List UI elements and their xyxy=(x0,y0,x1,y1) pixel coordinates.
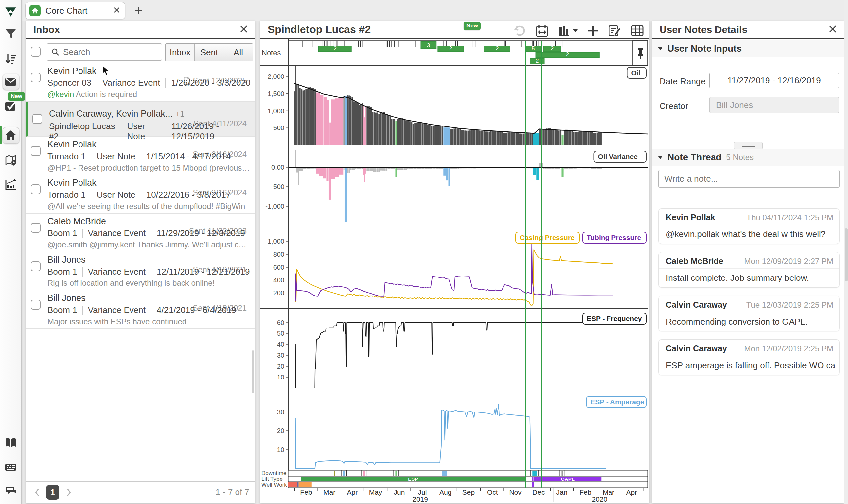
user-notes-details-panel: User Notes Details User Note Inputs Date… xyxy=(652,20,844,503)
chart-canvas[interactable]: 2,0001,5001,000500Oil0.00-500-1,000Oil V… xyxy=(260,39,648,503)
new-tab-button[interactable] xyxy=(132,4,145,17)
inbox-close-icon[interactable] xyxy=(240,25,248,35)
svg-text:Dec: Dec xyxy=(532,488,545,496)
table-view-icon[interactable] xyxy=(630,24,644,38)
note-count-bar[interactable]: 2 xyxy=(536,51,599,58)
item-meta: Tornado 1User Note10/22/2016 - 3/8/2017 xyxy=(47,190,251,200)
note-author: Caleb McBride xyxy=(666,256,723,266)
filter-all-button[interactable]: All xyxy=(224,44,253,61)
item-checkbox[interactable] xyxy=(31,261,41,271)
inbox-list-item[interactable]: Kevin PollakSent 2/16/2024Tornado 1User … xyxy=(26,175,255,214)
note-thread-section[interactable]: Note Thread 5 Notes xyxy=(652,149,844,166)
svg-text:Casing Pressure: Casing Pressure xyxy=(520,234,575,241)
note-count-bar[interactable]: 2 xyxy=(484,46,510,52)
panel-resize-grip[interactable] xyxy=(734,142,762,149)
item-sender: Bill Jones xyxy=(47,255,86,265)
svg-text:Lift Type: Lift Type xyxy=(261,476,283,482)
note-count-bar[interactable]: 2 xyxy=(318,46,351,52)
sort-icon[interactable] xyxy=(5,53,17,65)
details-close-icon[interactable] xyxy=(828,25,837,35)
svg-text:1,500: 1,500 xyxy=(268,90,284,97)
item-checkbox[interactable] xyxy=(31,223,41,233)
note-count-bar[interactable]: 2 xyxy=(438,46,464,52)
home-icon[interactable] xyxy=(5,129,17,141)
svg-text:10: 10 xyxy=(277,446,284,453)
filter-sent-button[interactable]: Sent xyxy=(194,44,224,61)
chat-icon[interactable] xyxy=(5,485,17,497)
prev-page-icon[interactable] xyxy=(33,488,41,498)
window-scrollbar[interactable] xyxy=(844,0,848,504)
note-count-bar[interactable]: 2 xyxy=(530,58,544,64)
chart-type-dropdown[interactable] xyxy=(558,24,578,37)
svg-text:ESP - Amperage: ESP - Amperage xyxy=(590,398,644,406)
item-sender: Caleb McBride xyxy=(47,216,106,226)
keyboard-icon[interactable] xyxy=(5,461,17,473)
current-page-button[interactable]: 1 xyxy=(46,485,59,500)
docs-book-icon[interactable] xyxy=(5,437,17,449)
map-icon[interactable] xyxy=(5,154,17,166)
svg-text:-1,000: -1,000 xyxy=(265,203,284,210)
inbox-list-item[interactable]: Bill JonesSent 4/19/2021Boom 1Variance E… xyxy=(26,290,255,329)
home-active-indicator xyxy=(0,126,2,144)
select-all-checkbox[interactable] xyxy=(31,47,41,57)
legend-esp-frequency[interactable]: ESP - Frequency xyxy=(583,313,646,324)
inbox-list-item[interactable]: Calvin Caraway, Kevin Pollak...+1Sent 4/… xyxy=(26,102,255,137)
date-range-calendar-icon[interactable] xyxy=(535,24,549,38)
svg-text:ESP - Frequency: ESP - Frequency xyxy=(587,314,642,322)
note-count-bar[interactable]: 2 xyxy=(543,46,561,52)
svg-text:May: May xyxy=(369,488,382,496)
date-range-label: Date Range xyxy=(659,76,706,87)
inbox-list-item[interactable]: Kevin PollakSent 2/16/2024Tornado 1User … xyxy=(26,137,255,175)
svg-text:200: 200 xyxy=(273,289,284,297)
legend-oil-variance[interactable]: Oil Variance xyxy=(594,151,646,162)
inbox-scrollbar[interactable] xyxy=(252,350,254,393)
next-page-icon[interactable] xyxy=(65,488,73,498)
write-note-input[interactable] xyxy=(658,170,840,188)
item-checkbox[interactable] xyxy=(31,146,41,156)
svg-text:Downtime: Downtime xyxy=(261,470,286,476)
undo-icon[interactable] xyxy=(513,24,526,37)
date-range-field[interactable]: 11/27/2019 - 12/16/2019 xyxy=(709,73,839,88)
tab-core-chart[interactable]: Core Chart xyxy=(25,2,125,19)
analytics-chart-icon[interactable] xyxy=(5,179,17,191)
inbox-list-item[interactable]: Caleb McBrideSent 11/22/2023Boom 1Varian… xyxy=(26,214,255,252)
item-preview: Major issues with ESPs have continued xyxy=(47,317,250,326)
home-tab-icon xyxy=(30,5,41,16)
svg-text:Aug: Aug xyxy=(439,488,452,496)
note-count-bar[interactable]: 3 xyxy=(421,41,436,49)
note-count-bar[interactable]: 5 xyxy=(526,46,541,52)
item-checkbox[interactable] xyxy=(31,184,41,194)
search-input[interactable] xyxy=(62,47,153,58)
tasks-check-icon[interactable] xyxy=(5,100,17,112)
app-logo-icon[interactable] xyxy=(5,5,17,19)
add-series-icon[interactable] xyxy=(587,24,599,37)
legend-oil[interactable]: Oil xyxy=(627,67,646,78)
legend-esp-amperage[interactable]: ESP - Amperage xyxy=(586,396,646,408)
svg-text:Jul: Jul xyxy=(418,488,427,496)
pin-notes-button[interactable] xyxy=(632,41,648,65)
tab-close-icon[interactable] xyxy=(113,6,120,15)
item-extra-count: +1 xyxy=(175,109,184,118)
time-axis: FebMarAprMayJunJulAugSepOctNovDecJanFebM… xyxy=(295,488,643,503)
inbox-list-item[interactable]: Bill JonesSent 4/19/2021Boom 1Variance E… xyxy=(26,252,255,290)
inbox-search-row: Inbox Sent All xyxy=(26,39,255,63)
svg-text:Feb: Feb xyxy=(300,488,312,496)
svg-text:GAPL: GAPL xyxy=(561,476,575,482)
svg-text:-500: -500 xyxy=(271,183,284,191)
inbox-mail-icon[interactable] xyxy=(5,76,17,88)
inbox-list-item[interactable]: Kevin PollakSent 12/9/2025Spencer 03Vari… xyxy=(26,63,255,102)
thread-section-title: Note Thread xyxy=(668,152,722,163)
legend-tubing-pressure[interactable]: Tubing Pressure xyxy=(583,232,646,244)
tasks-new-badge: New xyxy=(8,92,25,101)
filter-icon[interactable] xyxy=(5,28,17,40)
esp-amperage-chart: 302010 xyxy=(277,404,606,469)
user-note-inputs-section[interactable]: User Note Inputs xyxy=(652,40,844,57)
item-checkbox[interactable] xyxy=(31,300,41,310)
edit-note-icon[interactable] xyxy=(608,24,622,38)
item-checkbox[interactable] xyxy=(31,73,41,83)
item-checkbox[interactable] xyxy=(33,114,42,124)
search-icon xyxy=(51,48,60,56)
filter-inbox-button[interactable]: Inbox xyxy=(166,44,194,61)
search-field[interactable] xyxy=(47,43,162,60)
svg-text:2019: 2019 xyxy=(412,496,428,503)
